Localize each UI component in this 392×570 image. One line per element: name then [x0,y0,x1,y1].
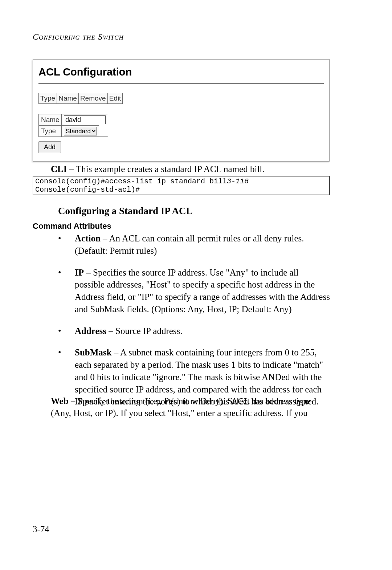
col-name: Name [57,93,79,104]
attr-term: SubMask [75,347,111,357]
cli-code-block: Console(config)#access-list ip standard … [33,176,330,195]
attributes-list: Action – An ACL can contain all permit r… [58,232,330,417]
chapter-header: Configuring the Switch [33,32,124,42]
list-item: Address – Source IP address. [58,325,330,337]
attr-text: – Specifies the source IP address. Use "… [75,268,330,314]
web-prefix: Web [51,396,69,406]
chapter-title: Configuring the Switch [33,32,124,41]
web-text: – Specify the action (i.e., Permit or De… [51,396,310,418]
col-type: Type [39,93,57,104]
col-remove: Remove [78,93,107,104]
attr-term: Action [75,233,101,243]
add-button[interactable]: Add [38,141,61,153]
cli-description: CLI – This example creates a standard IP… [51,163,330,175]
code-line2: Console(config-std-acl)# [35,186,140,194]
type-select[interactable]: Standard [64,127,97,135]
attr-text: – Source IP address. [106,326,182,336]
divider [38,83,324,84]
code-line1-ref: 3-116 [227,177,249,186]
acl-add-form: Name Type Standard [38,114,108,137]
attr-term: Address [75,326,106,336]
attr-term: IP [75,268,84,277]
panel-title: ACL Configuration [38,66,324,80]
acl-config-panel: ACL Configuration Type Name Remove Edit … [33,59,330,162]
list-item: Action – An ACL can contain all permit r… [58,232,330,257]
cli-text: – This example creates a standard IP ACL… [67,164,264,174]
name-input[interactable] [64,115,106,124]
col-edit: Edit [107,93,123,104]
section-subheading: Configuring a Standard IP ACL [58,205,193,217]
acl-table: Type Name Remove Edit [38,93,123,104]
table-header-row: Type Name Remove Edit [39,93,123,104]
attr-text: – An ACL can contain all permit rules or… [75,233,304,256]
page-number: 3-74 [33,524,49,534]
code-line1-cmd: Console(config)#access-list ip standard … [35,177,227,186]
web-paragraph: Web – Specify the action (i.e., Permit o… [51,395,330,419]
cli-prefix: CLI [51,164,67,174]
type-label: Type [39,125,61,137]
name-label: Name [39,114,61,125]
list-item: IP – Specifies the source IP address. Us… [58,266,330,315]
command-attributes-label: Command Attributes [33,221,111,231]
